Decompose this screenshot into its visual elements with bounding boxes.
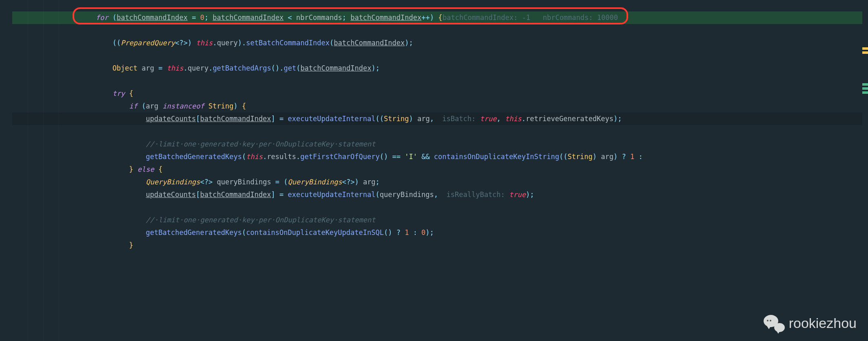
debug-var2-value: 10000 xyxy=(597,13,618,22)
debug-inline-values: batchCommandIndex: -1 nbrCommands: 10000 xyxy=(443,11,618,24)
editor-gutter[interactable] xyxy=(0,0,12,341)
watermark: rookiezhou xyxy=(763,313,857,333)
debug-var2-label: nbrCommands: xyxy=(543,13,593,22)
code-line[interactable]: } else { xyxy=(12,163,163,176)
code-editor[interactable]: for (batchCommandIndex = 0; batchCommand… xyxy=(0,0,868,341)
code-line[interactable]: ((PreparedQuery<?>) this.query).setBatch… xyxy=(12,37,413,49)
code-line[interactable]: updateCounts[batchCommandIndex] = execut… xyxy=(12,188,534,201)
vertical-scrollbar[interactable] xyxy=(862,0,868,341)
code-line[interactable]: updateCounts[batchCommandIndex] = execut… xyxy=(12,113,622,125)
code-line[interactable]: QueryBindings<?> queryBindings = (QueryB… xyxy=(12,176,380,188)
code-line[interactable]: getBatchedGeneratedKeys(this.results.get… xyxy=(12,151,643,163)
code-line[interactable]: try { xyxy=(12,87,133,100)
wechat-icon xyxy=(763,313,786,333)
code-line[interactable]: if (arg instanceof String) { xyxy=(12,100,246,113)
debug-var1-value: -1 xyxy=(522,13,530,22)
debug-var1-label: batchCommandIndex: xyxy=(443,13,518,22)
code-line[interactable]: Object arg = this.query.getBatchedArgs()… xyxy=(12,62,380,75)
code-line[interactable]: } xyxy=(12,239,133,252)
code-line[interactable]: getBatchedGeneratedKeys(containsOnDuplic… xyxy=(12,226,434,239)
code-line[interactable]: //·limit·one·generated·key·per·OnDuplica… xyxy=(12,214,375,226)
code-line[interactable]: //·limit·one·generated·key·per·OnDuplica… xyxy=(12,138,375,151)
code-line[interactable]: for (batchCommandIndex = 0; batchCommand… xyxy=(12,11,442,24)
watermark-text: rookiezhou xyxy=(789,317,857,330)
